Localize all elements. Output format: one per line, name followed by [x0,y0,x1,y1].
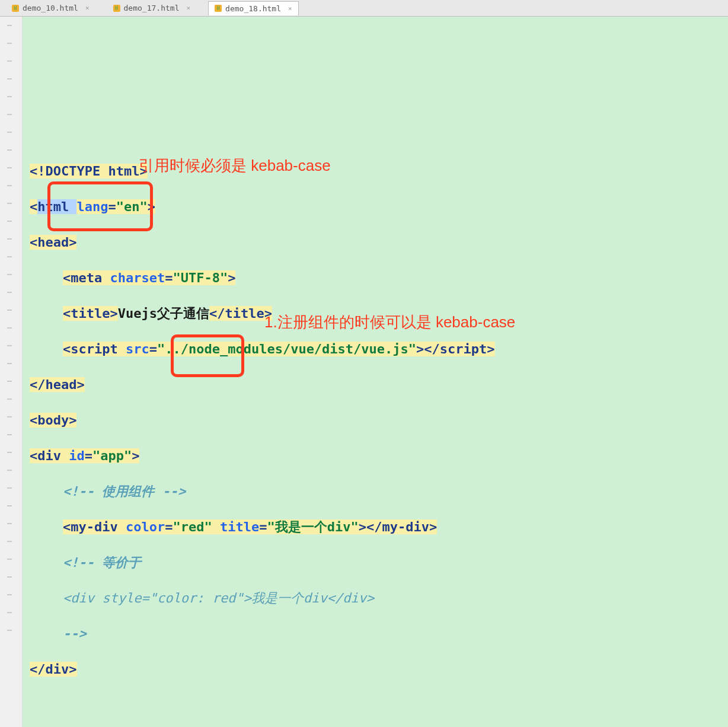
tab-label: demo_17.html [124,4,180,12]
code-line: <html lang="en"> [30,198,721,216]
code-line: <script src="../node_modules/vue/dist/vu… [30,340,721,358]
close-icon[interactable]: × [183,4,190,12]
code-line: <body> [30,412,721,429]
html-file-icon: H [113,5,120,12]
tab-label: demo_18.html [225,4,281,13]
code-line: <!DOCTYPE html> [30,162,721,180]
code-line: <div id="app"> [30,447,721,465]
code-area[interactable]: 引用时候必须是 kebab-case 1.注册组件的时候可以是 kebab-ca… [23,17,728,727]
code-line [30,696,721,714]
code-line: <head> [30,234,721,251]
code-line: <meta charset="UTF-8"> [30,269,721,287]
tab-demo18[interactable]: H demo_18.html × [208,1,299,15]
code-line: --> [30,625,721,643]
code-line: <!-- 使用组件 --> [30,483,721,500]
close-icon[interactable]: × [285,5,292,12]
editor-gutter [0,17,23,727]
code-line: </head> [30,376,721,394]
tab-label: demo_10.html [23,4,78,12]
tab-bar: H demo_10.html × H demo_17.html × H demo… [0,0,728,17]
html-file-icon: H [215,5,222,12]
code-line: </div> [30,661,721,678]
html-file-icon: H [12,5,19,12]
close-icon[interactable]: × [82,4,90,12]
annotation-right: 1.注册组件的时候可以是 kebab-case [264,313,515,331]
code-line: <div style="color: red">我是一个div</div> [30,589,721,607]
tab-demo17[interactable]: H demo_17.html × [107,1,197,15]
code-line: <!-- 等价于 [30,554,721,572]
annotation-top: 引用时候必须是 kebab-case [139,157,331,174]
code-editor[interactable]: 引用时候必须是 kebab-case 1.注册组件的时候可以是 kebab-ca… [0,17,728,727]
code-line: <my-div color="red" title="我是一个div"></my… [30,518,721,536]
tab-demo10[interactable]: H demo_10.html × [6,1,95,15]
